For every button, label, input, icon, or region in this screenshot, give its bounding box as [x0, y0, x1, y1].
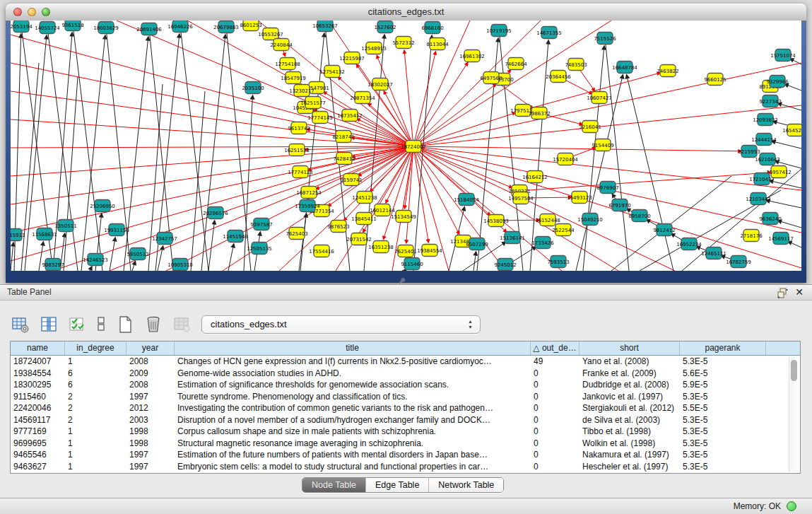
graph-edge[interactable]	[158, 246, 163, 271]
graph-node[interactable]: 20364456	[546, 71, 571, 83]
graph-node[interactable]: 7483503	[565, 59, 587, 71]
scrollbar-thumb[interactable]	[791, 360, 797, 381]
graph-node[interactable]: 7986372	[528, 107, 550, 119]
graph-edge[interactable]	[124, 37, 148, 271]
graph-node[interactable]: 5950513	[126, 248, 148, 260]
column-header-pagerank[interactable]: pagerank	[680, 341, 766, 355]
graph-node[interactable]: 9154409	[592, 139, 613, 151]
column-header-short[interactable]: short	[579, 341, 680, 355]
minimize-button-icon[interactable]	[28, 8, 36, 16]
column-header-name[interactable]: name	[11, 341, 65, 355]
graph-edge[interactable]	[299, 214, 307, 271]
table-row[interactable]: 977716911998Corpus callosum shape and si…	[11, 426, 800, 438]
close-button-icon[interactable]	[13, 8, 22, 16]
graph-edge[interactable]	[790, 59, 801, 64]
graph-node[interactable]: 20731542	[346, 233, 372, 245]
graph-node[interactable]: 10905310	[167, 259, 193, 271]
graph-node[interactable]: 14671355	[536, 27, 562, 39]
graph-edge[interactable]	[523, 73, 660, 110]
graph-edge[interactable]	[788, 241, 801, 247]
graph-node[interactable]: 9613742	[288, 122, 310, 134]
graph-node[interactable]: 9245012	[494, 259, 516, 271]
graph-node[interactable]: 6791970	[608, 199, 630, 211]
table-body[interactable]: 1872400712008Changes of HCN gene express…	[11, 356, 800, 472]
rows-icon[interactable]	[95, 314, 107, 335]
graph-node[interactable]: 16210643	[755, 153, 780, 165]
graph-node[interactable]: 12465111	[701, 247, 726, 259]
graph-node[interactable]: 9812412	[653, 224, 675, 236]
float-window-icon[interactable]	[777, 288, 788, 298]
table-tabs[interactable]: Node TableEdge TableNetwork Table	[302, 477, 504, 493]
graph-node[interactable]: 20871354	[350, 92, 375, 104]
graph-node[interactable]: 7593513	[547, 256, 569, 268]
network-canvas[interactable]: 1872400755723121254891312215987127541321…	[11, 21, 801, 271]
graph-node[interactable]: 9083297	[42, 259, 64, 271]
graph-node[interactable]: 20679883	[213, 21, 239, 33]
graph-node[interactable]: 9115460	[401, 258, 423, 270]
graph-node[interactable]: 8215953	[738, 146, 760, 158]
graph-node[interactable]: 7625401	[394, 245, 416, 257]
network-table-selector[interactable]: citations_edges.txt ▲▼	[201, 315, 481, 334]
graph-node[interactable]: 12342757	[152, 233, 177, 245]
graph-node[interactable]: 18547919	[281, 72, 306, 84]
graph-node[interactable]: 7428411	[333, 153, 355, 165]
graph-node[interactable]: 8113044	[426, 38, 449, 50]
delete-rows-icon[interactable]	[171, 314, 192, 335]
graph-node[interactable]: 9361518	[61, 21, 83, 31]
graph-edge[interactable]	[413, 146, 741, 151]
graph-node[interactable]: 14246523	[83, 254, 108, 266]
graph-edge[interactable]	[11, 146, 413, 148]
graph-node[interactable]: 2522544	[552, 224, 575, 236]
graph-edge[interactable]	[406, 146, 413, 243]
close-icon[interactable]: ✕	[795, 286, 804, 298]
graph-node[interactable]: 19931156	[104, 224, 129, 236]
graph-node[interactable]: 20891406	[136, 23, 162, 35]
table-row[interactable]: 2242004622012Investigating the contribut…	[11, 402, 800, 414]
graph-node[interactable]: 2240844	[270, 39, 293, 51]
graph-edge[interactable]	[11, 119, 413, 146]
graph-node[interactable]: 16545231	[782, 124, 801, 136]
graph-node[interactable]: 7625403	[286, 228, 307, 240]
graph-edge[interactable]	[576, 75, 623, 271]
graph-node[interactable]: 9636240	[759, 213, 781, 225]
graph-edge[interactable]	[208, 221, 215, 271]
graph-node[interactable]: 9227343	[759, 95, 781, 107]
graph-node[interactable]: 12215987	[339, 52, 365, 64]
graph-node[interactable]: 9329966	[766, 76, 789, 88]
graph-edge[interactable]	[90, 267, 92, 271]
graph-node[interactable]: 17554416	[309, 245, 334, 257]
column-header-title[interactable]: title	[175, 341, 531, 355]
zoom-button-icon[interactable]	[42, 8, 50, 16]
column-header-out_degree[interactable]: △ out_de…	[531, 341, 579, 355]
graph-edge[interactable]	[11, 243, 13, 271]
tab-network-table[interactable]: Network Table	[429, 478, 503, 492]
graph-node[interactable]: 12451238	[352, 192, 377, 204]
graph-node[interactable]: 9397587	[250, 218, 272, 230]
graph-node[interactable]: 7463822	[657, 65, 678, 77]
graph-node[interactable]: 13845411	[351, 213, 377, 225]
graph-node[interactable]: 6507299	[466, 238, 488, 250]
graph-node[interactable]: 18302027	[367, 78, 393, 90]
graph-node[interactable]: 2718176	[740, 230, 763, 242]
graph-edge[interactable]	[132, 261, 136, 271]
select-all-icon[interactable]	[66, 314, 88, 335]
graph-node[interactable]: 14055724	[35, 22, 60, 34]
table-header-row[interactable]: namein_degreeyeartitle△ out_de…shortpage…	[11, 341, 800, 356]
graph-node[interactable]: 9159741	[340, 174, 362, 186]
graph-edge[interactable]	[413, 146, 675, 271]
graph-node[interactable]: 8976907	[596, 182, 618, 194]
graph-node[interactable]: 16648784	[612, 62, 637, 74]
show-columns-icon[interactable]	[38, 314, 59, 335]
column-header-year[interactable]: year	[126, 341, 175, 355]
graph-node[interactable]: 8958700	[628, 210, 650, 222]
graph-edge[interactable]	[778, 103, 801, 110]
graph-edge[interactable]	[766, 200, 801, 208]
graph-edge[interactable]	[778, 221, 801, 228]
graph-node[interactable]: 11568631	[32, 228, 57, 240]
graph-edge[interactable]	[583, 46, 604, 271]
graph-node[interactable]: 9876523	[327, 221, 349, 233]
graph-edge[interactable]	[413, 62, 468, 146]
graph-node[interactable]: 8218741	[332, 131, 354, 143]
graph-node[interactable]: 2035100	[242, 82, 264, 94]
table-row[interactable]: 1872400712008Changes of HCN gene express…	[11, 356, 800, 368]
